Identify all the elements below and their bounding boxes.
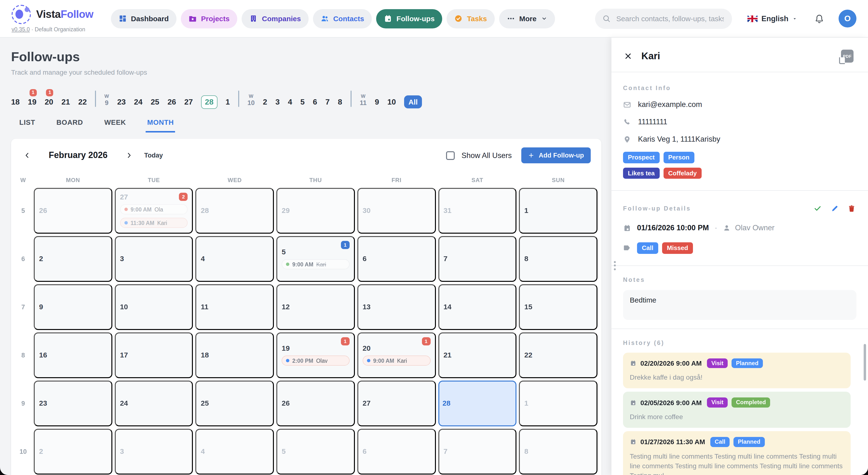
day-cell-21[interactable]: 21	[438, 332, 517, 378]
event-pill[interactable]: 9:00 AMKari	[363, 355, 430, 366]
day-cell-1[interactable]: 1	[519, 380, 597, 426]
day-cell-9[interactable]: 9	[34, 284, 112, 330]
event-pill[interactable]: 2:00 PMOlav	[282, 355, 349, 366]
day-cell-4[interactable]: 4	[195, 236, 274, 281]
next-month-button[interactable]	[123, 150, 134, 161]
nav-follow-ups[interactable]: Follow-ups	[376, 9, 442, 28]
day-cell-17[interactable]: 17	[115, 332, 193, 378]
day-cell-12[interactable]: 12	[276, 284, 355, 330]
notes-field[interactable]: Bedtime	[623, 290, 857, 320]
strip-day-19[interactable]: 191	[28, 98, 37, 107]
day-cell-7[interactable]: 7	[438, 429, 517, 474]
day-cell-16[interactable]: 16	[34, 332, 112, 378]
delete-follow-up-button[interactable]	[847, 203, 857, 213]
version-link[interactable]: v0.35.0	[11, 27, 30, 32]
day-cell-26[interactable]: 26	[276, 380, 355, 426]
strip-day-18[interactable]: 18	[11, 98, 20, 107]
strip-day-2[interactable]: 2	[263, 98, 267, 107]
history-item[interactable]: 01/27/2026 11:30 AMCallPlannedTesting mu…	[623, 431, 850, 475]
day-cell-6[interactable]: 6	[357, 429, 436, 474]
strip-day-21[interactable]: 21	[61, 98, 70, 107]
day-cell-20[interactable]: 2019:00 AMKari	[357, 332, 436, 378]
day-cell-5[interactable]: 5	[276, 429, 355, 474]
strip-day-5[interactable]: 5	[301, 98, 305, 107]
day-cell-2[interactable]: 2	[34, 429, 112, 474]
edit-follow-up-button[interactable]	[830, 203, 840, 213]
day-cell-8[interactable]: 8	[519, 429, 597, 474]
day-cell-30[interactable]: 30	[357, 188, 436, 233]
show-all-users-label[interactable]: Show All Users	[462, 151, 512, 160]
nav-tasks[interactable]: Tasks	[447, 9, 495, 28]
nav-more[interactable]: More	[499, 9, 555, 28]
day-cell-26[interactable]: 26	[34, 188, 112, 233]
day-cell-23[interactable]: 23	[34, 380, 112, 426]
user-avatar[interactable]: O	[839, 10, 857, 28]
strip-day-10[interactable]: 10	[387, 98, 396, 107]
strip-day-4[interactable]: 4	[288, 98, 292, 107]
day-cell-27[interactable]: 27	[357, 380, 436, 426]
day-cell-7[interactable]: 7	[438, 236, 517, 281]
day-cell-4[interactable]: 4	[195, 429, 274, 474]
event-pill[interactable]: 9:00 AMKari	[282, 259, 349, 269]
day-cell-31[interactable]: 31	[438, 188, 517, 233]
add-follow-up-button[interactable]: Add Follow-up	[522, 147, 591, 163]
notifications-button[interactable]	[812, 13, 827, 24]
day-cell-1[interactable]: 1	[519, 188, 597, 233]
strip-day-26[interactable]: 26	[167, 98, 176, 107]
strip-day-23[interactable]: 23	[117, 98, 126, 107]
day-cell-25[interactable]: 25	[195, 380, 274, 426]
event-pill[interactable]: 9:00 AMOla	[120, 204, 188, 214]
day-cell-24[interactable]: 24	[115, 380, 193, 426]
global-search[interactable]	[595, 8, 732, 29]
day-cell-5[interactable]: 519:00 AMKari	[276, 236, 355, 281]
strip-day-27[interactable]: 27	[184, 98, 193, 107]
history-item[interactable]: 02/05/2026 9:00 AMVisitCompletedDrink mo…	[623, 392, 850, 428]
close-panel-button[interactable]	[623, 51, 633, 61]
day-cell-3[interactable]: 3	[115, 236, 193, 281]
strip-day-24[interactable]: 24	[134, 98, 143, 107]
strip-day-22[interactable]: 22	[78, 98, 87, 107]
complete-follow-up-button[interactable]	[812, 203, 823, 213]
day-cell-22[interactable]: 22	[519, 332, 597, 378]
day-cell-19[interactable]: 1912:00 PMOlav	[276, 332, 355, 378]
tab-board[interactable]: BOARD	[55, 118, 84, 132]
strip-day-28[interactable]: 28	[201, 95, 217, 109]
strip-day-6[interactable]: 6	[313, 98, 317, 107]
tab-month[interactable]: MONTH	[146, 118, 175, 132]
strip-day-7[interactable]: 7	[325, 98, 330, 107]
language-selector[interactable]: English	[745, 14, 800, 23]
panel-scrollbar[interactable]	[864, 344, 866, 381]
day-cell-15[interactable]: 15	[519, 284, 597, 330]
day-cell-8[interactable]: 8	[519, 236, 597, 281]
day-cell-14[interactable]: 14	[438, 284, 517, 330]
strip-day-1[interactable]: 1	[225, 98, 230, 107]
event-pill[interactable]: 11:30 AMKari	[120, 218, 188, 228]
day-cell-27[interactable]: 2729:00 AMOla11:30 AMKari	[115, 188, 193, 233]
export-pdf-button[interactable]: PDF	[838, 49, 857, 63]
prev-month-button[interactable]	[22, 150, 33, 161]
nav-contacts[interactable]: Contacts	[313, 9, 372, 28]
strip-day-9[interactable]: 9	[375, 98, 379, 107]
show-all-users-checkbox[interactable]	[446, 151, 455, 160]
strip-day-25[interactable]: 25	[151, 98, 159, 107]
nav-projects[interactable]: Projects	[181, 9, 237, 28]
search-input[interactable]	[615, 14, 725, 23]
strip-day-20[interactable]: 201	[44, 98, 53, 107]
day-cell-13[interactable]: 13	[357, 284, 436, 330]
strip-day-3[interactable]: 3	[275, 98, 280, 107]
day-cell-28[interactable]: 28	[438, 380, 517, 426]
strip-all-button[interactable]: All	[404, 95, 422, 108]
day-cell-18[interactable]: 18	[195, 332, 274, 378]
tab-list[interactable]: LIST	[18, 118, 37, 132]
nav-companies[interactable]: Companies	[242, 9, 309, 28]
day-cell-11[interactable]: 11	[195, 284, 274, 330]
strip-day-8[interactable]: 8	[338, 98, 342, 107]
day-cell-3[interactable]: 3	[115, 429, 193, 474]
panel-resize-handle[interactable]	[614, 261, 616, 270]
today-button[interactable]: Today	[141, 151, 166, 160]
nav-dashboard[interactable]: Dashboard	[111, 9, 177, 28]
day-cell-10[interactable]: 10	[115, 284, 193, 330]
day-cell-28[interactable]: 28	[195, 188, 274, 233]
day-cell-29[interactable]: 29	[276, 188, 355, 233]
day-cell-6[interactable]: 6	[357, 236, 436, 281]
